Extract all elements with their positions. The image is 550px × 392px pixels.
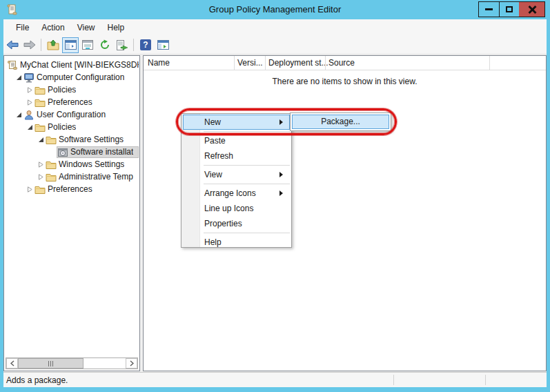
menu-item-label: Properties xyxy=(204,219,242,228)
expand-arrow-icon[interactable] xyxy=(36,159,46,169)
submenu-item-package[interactable]: Package... xyxy=(292,115,389,129)
tree-item-administrative-templates[interactable]: Administrative Temp xyxy=(5,170,139,183)
column-separator[interactable] xyxy=(265,56,266,70)
refresh-icon[interactable] xyxy=(97,37,113,53)
folder-icon xyxy=(46,172,57,182)
menu-separator xyxy=(204,131,290,132)
scroll-left-icon[interactable] xyxy=(6,358,18,369)
tree-item-preferences-computer[interactable]: Preferences xyxy=(5,96,139,108)
expand-arrow-icon[interactable] xyxy=(25,85,35,95)
column-header-version[interactable]: Versi... xyxy=(237,58,263,68)
help-glyph: ? xyxy=(140,39,151,50)
back-icon[interactable] xyxy=(4,37,21,53)
expand-arrow-icon[interactable] xyxy=(25,184,35,194)
up-folder-icon[interactable] xyxy=(45,37,61,53)
tree-item-label: Policies xyxy=(48,122,76,132)
gpo-scroll-icon xyxy=(7,60,18,70)
expand-arrow-icon[interactable] xyxy=(25,122,35,132)
context-menu-item-arrange-icons[interactable]: Arrange Icons xyxy=(183,186,290,201)
status-separator xyxy=(393,375,394,385)
computer-icon xyxy=(23,72,35,83)
export-list-icon[interactable] xyxy=(114,37,130,53)
tree-item-label: MyChat Client [WIN-BIEKGS8DH xyxy=(20,60,139,70)
context-menu-item-new[interactable]: New xyxy=(183,115,290,130)
toolbar-separator xyxy=(41,39,41,51)
minimize-icon xyxy=(485,8,493,10)
tree-item-label: Software installat xyxy=(70,147,133,157)
column-separator[interactable] xyxy=(234,56,235,70)
properties-icon[interactable] xyxy=(79,37,96,53)
context-menu-item-line-up-icons[interactable]: Line up Icons xyxy=(183,201,290,216)
minimize-button[interactable] xyxy=(478,1,499,17)
tree-item-label: User Configuration xyxy=(37,110,106,119)
tree-item-label: Preferences xyxy=(48,184,92,194)
tree-item-root[interactable]: MyChat Client [WIN-BIEKGS8DH xyxy=(5,59,139,71)
folder-icon xyxy=(46,159,57,170)
close-button[interactable] xyxy=(519,1,545,17)
scrollbar-thumb[interactable] xyxy=(18,358,84,369)
status-separator xyxy=(485,375,486,385)
tree-item-label: Software Settings xyxy=(59,135,124,144)
gpme-window: Group Policy Management Editor File Acti… xyxy=(0,0,550,392)
tree-item-label: Computer Configuration xyxy=(37,72,124,82)
menu-file[interactable]: File xyxy=(10,21,35,35)
expand-arrow-icon[interactable] xyxy=(36,172,46,182)
context-menu-item-paste[interactable]: Paste xyxy=(183,133,290,148)
context-menu: New Paste Refresh View Arrange Icons Lin… xyxy=(181,113,292,248)
tree-item-windows-settings[interactable]: Windows Settings xyxy=(5,158,139,170)
show-window-icon[interactable] xyxy=(155,37,171,53)
expand-arrow-icon[interactable] xyxy=(36,135,46,144)
list-header: Name Versi... Deployment st... Source xyxy=(144,56,546,70)
tree-item-policies-computer[interactable]: Policies xyxy=(5,84,139,96)
folder-icon xyxy=(35,122,46,133)
tree-item-label: Preferences xyxy=(48,97,92,107)
column-header-deployment[interactable]: Deployment st... xyxy=(268,58,328,68)
tree-item-label: Administrative Temp xyxy=(59,172,133,182)
menu-view[interactable]: View xyxy=(71,21,101,35)
menu-separator xyxy=(204,165,290,166)
folder-icon xyxy=(35,184,46,195)
context-menu-item-view[interactable]: View xyxy=(183,167,290,182)
tree-item-policies-user[interactable]: Policies xyxy=(5,121,139,133)
toolbar: ? xyxy=(3,36,547,55)
tree-item-preferences-user[interactable]: Preferences xyxy=(5,183,139,195)
menu-item-label: Refresh xyxy=(204,151,233,161)
status-text: Adds a package. xyxy=(6,375,68,385)
folder-icon xyxy=(35,97,46,108)
expand-arrow-icon[interactable] xyxy=(25,97,35,107)
window-title: Group Policy Management Editor xyxy=(0,4,550,14)
tree-item-software-settings[interactable]: Software Settings xyxy=(5,133,139,146)
menu-action[interactable]: Action xyxy=(35,21,70,35)
tree-horizontal-scrollbar[interactable] xyxy=(6,357,138,369)
expand-arrow-icon[interactable] xyxy=(14,72,23,82)
column-header-name[interactable]: Name xyxy=(148,58,170,68)
menu-help[interactable]: Help xyxy=(101,21,131,35)
column-separator[interactable] xyxy=(325,56,326,70)
show-console-tree-icon[interactable] xyxy=(62,37,79,53)
selected-row-highlight: Software installat xyxy=(57,146,139,158)
maximize-button[interactable] xyxy=(499,1,520,17)
menu-item-label: New xyxy=(204,117,221,127)
tree-item-user-configuration[interactable]: User Configuration xyxy=(5,108,139,121)
menu-item-label: Line up Icons xyxy=(204,204,253,213)
menu-item-label: View xyxy=(204,170,222,179)
close-icon xyxy=(528,6,536,14)
tree-item-software-installation[interactable]: Software installat xyxy=(5,146,139,158)
expand-arrow-icon[interactable] xyxy=(14,110,23,119)
empty-list-message: There are no items to show in this view. xyxy=(144,77,546,86)
tree-item-computer-configuration[interactable]: Computer Configuration xyxy=(5,71,139,84)
console-tree-pane: MyChat Client [WIN-BIEKGS8DH Computer Co… xyxy=(3,55,140,371)
context-menu-item-help[interactable]: Help xyxy=(183,235,290,250)
submenu-arrow-icon xyxy=(279,119,283,125)
help-icon[interactable]: ? xyxy=(137,37,154,53)
title-bar[interactable]: Group Policy Management Editor xyxy=(0,0,550,19)
submenu-arrow-icon xyxy=(279,190,283,196)
forward-icon[interactable] xyxy=(21,37,38,53)
column-separator[interactable] xyxy=(489,56,490,70)
column-header-source[interactable]: Source xyxy=(328,58,355,68)
scroll-right-icon[interactable] xyxy=(126,358,137,369)
context-menu-item-properties[interactable]: Properties xyxy=(183,216,290,231)
context-menu-item-refresh[interactable]: Refresh xyxy=(183,148,290,164)
maximize-icon xyxy=(506,6,513,12)
menu-item-label: Arrange Icons xyxy=(204,188,256,198)
